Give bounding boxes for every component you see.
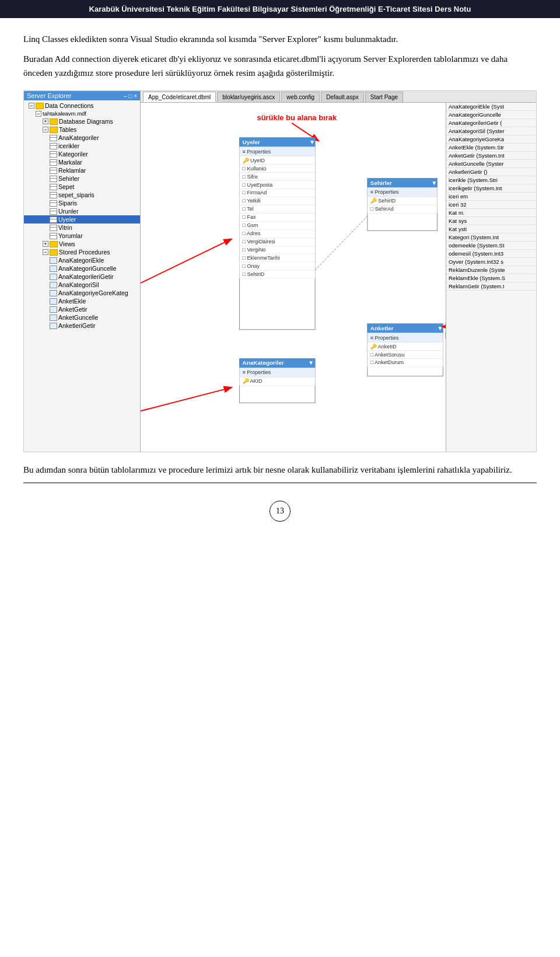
svg-text:□ Kullanici: □ Kullanici (243, 166, 267, 172)
tab-webconfig[interactable]: web.config (281, 92, 320, 102)
tree-sp-1[interactable]: AnaKategoriEkle (24, 256, 140, 264)
svg-text:□ Fax: □ Fax (243, 214, 256, 220)
tree-table-sehirler[interactable]: Sehirler (24, 174, 140, 183)
proc-icon (50, 266, 57, 272)
svg-text:□ Onay: □ Onay (243, 263, 260, 269)
expand-icon: − (43, 249, 48, 255)
tree-sp-3[interactable]: AnaKategorileriGetir (24, 273, 140, 281)
se-arrow-uyeler (141, 239, 230, 283)
tree-sp-2[interactable]: AnaKategoriGuncelle (24, 264, 140, 273)
tree-table-vitrin[interactable]: Vitrin (24, 223, 140, 232)
tree-sp-item-label: AnketGetir (58, 306, 88, 313)
svg-text:🔑 AKID: 🔑 AKID (243, 378, 262, 385)
screenshot-image: Server Explorer – □ × − Data Connections… (23, 90, 537, 452)
tab-uyegiris[interactable]: bloklar/uyegiris.ascx (217, 92, 280, 102)
tree-table-kategoriler[interactable]: Kategoriler (24, 150, 140, 158)
svg-text:≡ Properties: ≡ Properties (243, 369, 271, 375)
tree-table-reklamlar[interactable]: Reklamlar (24, 166, 140, 174)
page-header: Karabük Üniversitesi Teknik Eğitim Fakül… (0, 0, 560, 18)
tree-sp-item-label: AnketEkle (58, 298, 86, 305)
svg-text:≡ Properties: ≡ Properties (370, 335, 399, 341)
rp-item-11: icerikgetir (System.Int (446, 184, 536, 193)
folder-icon (50, 127, 58, 133)
table-icon (50, 184, 57, 190)
svg-text:□ Tel: □ Tel (243, 206, 254, 212)
folder-icon (36, 103, 44, 109)
anketler-table: Anketler ▼ ≡ Properties 🔑 AnketID □ Anke… (368, 324, 443, 376)
tree-tables[interactable]: − Tables (24, 125, 140, 134)
proc-icon (50, 306, 57, 313)
expand-icon: + (43, 118, 48, 124)
tree-data-connections[interactable]: − Data Connections (24, 102, 140, 110)
folder-icon (50, 241, 58, 247)
tree-table-yorumlar[interactable]: Yorumlar (24, 232, 140, 240)
tree-sp-6[interactable]: AnketEkle (24, 297, 140, 305)
diagram-area: App_Code/eticaret.dbml bloklar/uyegiris.… (141, 91, 536, 452)
tree-table-sepet[interactable]: Sepet (24, 183, 140, 191)
rp-item-1: AnaKategoriEkle (Syst (446, 103, 536, 111)
rp-item-8: AnketGuncelle (Syster (446, 160, 536, 168)
rp-item-12: iceri em (446, 193, 536, 201)
tree-db-diagrams[interactable]: + Database Diagrams (24, 117, 140, 125)
svg-text:□ EklenmeTarihi: □ EklenmeTarihi (243, 255, 280, 261)
expand-icon: − (43, 127, 48, 132)
tree-mdf[interactable]: − tahtakaleavm.mdf (24, 110, 140, 117)
svg-text:Anketler: Anketler (370, 325, 394, 331)
rp-item-21: ReklamDuzenle (Syste (446, 266, 536, 274)
rp-item-20: Oyver (System.Int32 s (446, 258, 536, 266)
tree-table-label: icerikler (58, 142, 79, 149)
tree-sp-7[interactable]: AnketGetir (24, 305, 140, 313)
tree-sp-8[interactable]: AnketGuncelle (24, 313, 140, 322)
svg-text:□ VergiDairesi: □ VergiDairesi (243, 239, 275, 245)
svg-text:□ VergiNo: □ VergiNo (243, 247, 266, 253)
table-icon (50, 225, 57, 231)
svg-text:□ FirmaAd: □ FirmaAd (243, 190, 267, 195)
rp-item-15: Kat sys (446, 217, 536, 225)
rp-item-14: Kat m. (446, 209, 536, 217)
tree-views[interactable]: + Views (24, 240, 140, 248)
tree-table-label: Markalar (58, 159, 82, 166)
proc-icon (50, 282, 57, 288)
svg-text:▼: ▼ (431, 180, 437, 186)
tree-table-sepet-siparis[interactable]: sepet_siparis (24, 191, 140, 199)
right-panel: AnaKategoriEkle (Syst AnaKategoriGuncell… (446, 103, 536, 452)
table-icon (50, 167, 57, 174)
rp-item-17: Kategori (System.Int (446, 233, 536, 242)
tree-table-label: Vitrin (58, 224, 72, 231)
proc-icon (50, 274, 57, 280)
tree-table-label: Reklamlar (58, 167, 86, 174)
tree-sp-item-label: AnaKategoriEkle (58, 257, 104, 264)
relation-line-uyeler-sehirler (315, 216, 368, 270)
tab-startpage[interactable]: Start Page (365, 92, 403, 102)
uyeler-table: Uyeler ▼ ≡ Properties 🔑 UyeID □ Kullanic… (240, 138, 316, 330)
tree-table-label: Sepet (58, 183, 74, 190)
svg-text:□ SehirID: □ SehirID (243, 271, 265, 277)
tree-table-markalar[interactable]: Markalar (24, 158, 140, 166)
tab-eticaret-dbml[interactable]: App_Code/eticaret.dbml (143, 92, 216, 102)
rp-item-10: icerikle (System.Stri (446, 176, 536, 184)
svg-text:□ Gsm: □ Gsm (243, 222, 258, 228)
tree-table-anakategoriler[interactable]: AnaKategoriler (24, 134, 140, 142)
rp-item-5: AnaKategoriyeGoreKa (446, 135, 536, 144)
tree-table-urunler[interactable]: Urunler (24, 207, 140, 215)
svg-text:Sehirler: Sehirler (370, 180, 392, 186)
tree-table-icerikler[interactable]: icerikler (24, 142, 140, 150)
table-icon (50, 208, 57, 215)
tree-sp-5[interactable]: AnaKategoriyeGoreKateg (24, 289, 140, 297)
tree-stored-procedures[interactable]: − Stored Procedures (24, 248, 140, 256)
tree-table-label: sepet_siparis (58, 191, 94, 198)
tree-table-uyeler[interactable]: Uyeler (24, 215, 140, 223)
tree-sp-4[interactable]: AnaKategoriSil (24, 281, 140, 289)
tree-sp-9[interactable]: AnketleriGetir (24, 322, 140, 330)
expand-icon: + (43, 241, 48, 247)
rp-item-4: AnaKategoriSil (Syster (446, 127, 536, 135)
table-icon (50, 151, 57, 158)
page-footer: 13 (23, 501, 537, 533)
intro-paragraph-2: Buradan Add connection diyerek eticaret … (23, 52, 537, 80)
tree-sp-item-label: AnketGuncelle (58, 314, 98, 321)
header-title: Karabük Üniversitesi Teknik Eğitim Fakül… (89, 5, 471, 13)
svg-text:□ Adres: □ Adres (243, 230, 261, 236)
tree-table-siparis[interactable]: Siparis (24, 199, 140, 207)
rp-item-16: Kat ysti (446, 225, 536, 233)
tab-defaultaspx[interactable]: Default.aspx (321, 92, 364, 102)
